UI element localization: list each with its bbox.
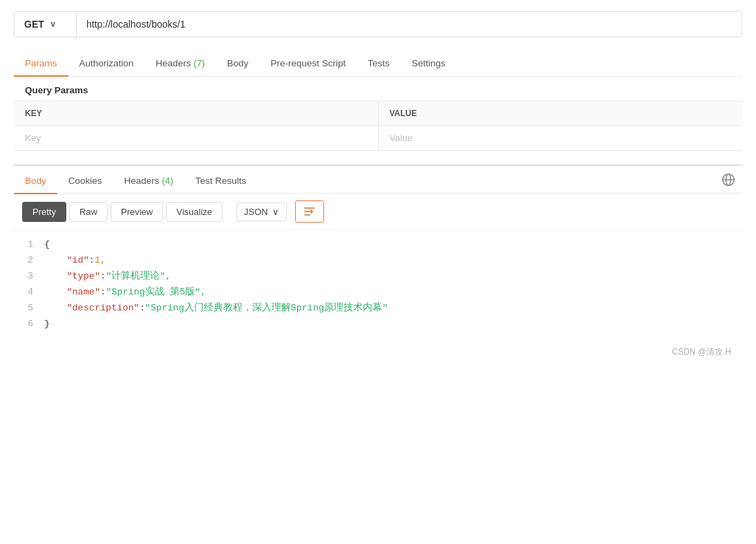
json-line-3: 3 "type" : "计算机理论", (14, 269, 742, 285)
json-content: 1 { 2 "id" : 1, 3 "type" : "计算机理论", 4 "n… (14, 230, 742, 339)
json-line-4: 4 "name" : "Spring实战 第5版", (14, 285, 742, 301)
json-value: "Spring入门经典教程，深入理解Spring原理技术内幕" (145, 301, 388, 317)
tab-pre-request-script[interactable]: Pre-request Script (259, 51, 357, 77)
response-tab-test-results[interactable]: Test Results (185, 169, 258, 194)
line-number: 4 (19, 285, 44, 300)
json-indent (44, 301, 66, 317)
line-number: 3 (19, 269, 44, 284)
line-number: 2 (19, 253, 44, 268)
col-key: KEY (14, 101, 378, 125)
json-brace-open: { (44, 237, 50, 253)
json-key: "id" (66, 253, 88, 269)
response-controls: Pretty Raw Preview Visualize JSON ∨ (14, 194, 742, 230)
url-bar: GET ∨ (14, 11, 742, 37)
json-line-6: 6 } (14, 317, 742, 332)
json-value: 1, (95, 253, 106, 269)
app-container: GET ∨ Params Authorization Headers (7) B… (0, 0, 756, 544)
method-label: GET (24, 19, 44, 30)
query-params-header: Query Params (14, 77, 742, 101)
view-pretty-btn[interactable]: Pretty (22, 202, 66, 222)
response-tab-cookies[interactable]: Cookies (57, 169, 113, 194)
tab-headers[interactable]: Headers (7) (144, 51, 216, 77)
value-placeholder: Value (390, 133, 413, 143)
json-value: "Spring实战 第5版", (106, 285, 206, 301)
response-tab-body[interactable]: Body (14, 169, 57, 194)
headers-badge: (7) (193, 58, 205, 68)
json-line-5: 5 "description" : "Spring入门经典教程，深入理解Spri… (14, 301, 742, 317)
url-input[interactable] (77, 12, 741, 37)
watermark: CSDN @清攻.H (14, 339, 742, 358)
view-visualize-btn[interactable]: Visualize (166, 202, 223, 222)
line-number: 5 (19, 301, 44, 316)
line-number: 6 (19, 317, 44, 332)
json-value: "计算机理论", (106, 269, 171, 285)
col-value: VALUE (378, 101, 742, 125)
key-cell[interactable]: Key (14, 125, 378, 150)
tab-settings[interactable]: Settings (401, 51, 457, 77)
format-chevron: ∨ (272, 207, 279, 217)
wrap-button[interactable] (295, 200, 324, 223)
view-raw-btn[interactable]: Raw (69, 202, 108, 222)
tab-params[interactable]: Params (14, 51, 68, 77)
tab-authorization[interactable]: Authorization (68, 51, 145, 77)
request-tabs: Params Authorization Headers (7) Body Pr… (14, 51, 742, 77)
json-indent (44, 253, 66, 269)
line-number: 1 (19, 237, 44, 252)
json-colon: : (100, 285, 106, 301)
json-colon: : (89, 253, 95, 269)
json-key: "name" (66, 285, 100, 301)
json-key: "description" (66, 301, 139, 317)
method-selector[interactable]: GET ∨ (15, 12, 77, 37)
response-tabs: Body Cookies Headers (4) Test Results (14, 166, 742, 194)
response-headers-badge: (4) (162, 176, 173, 186)
json-indent (44, 269, 66, 285)
json-key: "type" (66, 269, 100, 285)
json-brace-close: } (44, 317, 50, 332)
json-colon: : (100, 269, 106, 285)
view-preview-btn[interactable]: Preview (111, 202, 163, 222)
method-chevron: ∨ (50, 19, 56, 29)
format-label: JSON (244, 207, 268, 217)
json-line-1: 1 { (14, 237, 742, 253)
tab-body[interactable]: Body (216, 51, 260, 77)
json-colon: : (140, 301, 145, 317)
table-row: Key Value (14, 125, 742, 150)
key-placeholder: Key (25, 133, 41, 143)
params-table: KEY VALUE Key Value (14, 101, 742, 151)
format-selector[interactable]: JSON ∨ (236, 203, 287, 221)
query-params-label: Query Params (25, 85, 88, 95)
globe-icon[interactable] (715, 169, 742, 193)
tab-tests[interactable]: Tests (357, 51, 401, 77)
json-line-2: 2 "id" : 1, (14, 253, 742, 269)
response-tab-headers[interactable]: Headers (4) (113, 169, 185, 194)
json-indent (44, 285, 66, 301)
value-cell[interactable]: Value (378, 125, 742, 150)
